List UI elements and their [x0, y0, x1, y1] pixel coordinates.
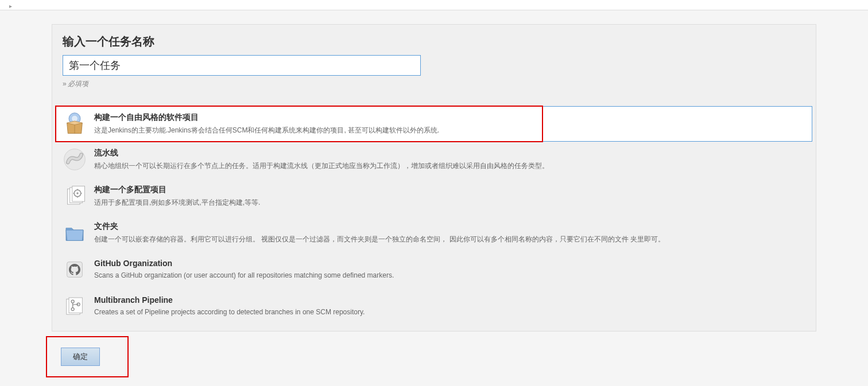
item-desc: 创建一个可以嵌套存储的容器。利用它可以进行分组。 视图仅仅是一个过滤器，而文件夹…: [94, 234, 806, 244]
item-type-github-org[interactable]: GitHub Organization Scans a GitHub organ…: [56, 252, 812, 287]
ok-button[interactable]: 确定: [61, 348, 100, 366]
multiconfig-icon: [62, 184, 87, 209]
item-title: 流水线: [94, 148, 806, 158]
item-type-list: 构建一个自由风格的软件项目 这是Jenkins的主要功能.Jenkins将会结合…: [56, 106, 812, 324]
item-desc: 适用于多配置项目,例如多环境测试,平台指定构建,等等.: [94, 197, 806, 208]
item-title: Multibranch Pipeline: [94, 295, 806, 305]
item-type-pipeline[interactable]: 流水线 精心地组织一个可以长期运行在多个节点上的任务。适用于构建流水线（更加正式…: [56, 142, 812, 177]
item-text: 流水线 精心地组织一个可以长期运行在多个节点上的任务。适用于构建流水线（更加正式…: [94, 148, 806, 171]
freestyle-project-icon: [62, 111, 87, 137]
item-type-multibranch[interactable]: Multibranch Pipeline Creates a set of Pi…: [56, 288, 812, 324]
github-org-icon: [62, 257, 87, 282]
breadcrumb-chevron-icon: ▸: [9, 3, 12, 9]
multibranch-icon: [62, 294, 87, 319]
item-desc: Scans a GitHub organization (or user acc…: [94, 270, 806, 280]
footer-highlight: 确定: [46, 336, 129, 377]
content-panel: 输入一个任务名称 »必填项: [52, 24, 816, 332]
svg-point-8: [76, 192, 78, 194]
item-type-folder[interactable]: 文件夹 创建一个可以嵌套存储的容器。利用它可以进行分组。 视图仅仅是一个过滤器，…: [56, 215, 812, 251]
item-name-input[interactable]: [63, 55, 421, 76]
item-title: 文件夹: [94, 221, 806, 232]
item-desc: 精心地组织一个可以长期运行在多个节点上的任务。适用于构建流水线（更加正式地应当称…: [94, 161, 806, 171]
item-desc: 这是Jenkins的主要功能.Jenkins将会结合任何SCM和任何构建系统来构…: [94, 125, 806, 135]
page-container: 输入一个任务名称 »必填项: [52, 24, 816, 377]
item-type-multiconfig[interactable]: 构建一个多配置项目 适用于多配置项目,例如多环境测试,平台指定构建,等等.: [56, 178, 812, 214]
item-title: 构建一个多配置项目: [94, 185, 806, 195]
svg-rect-15: [69, 298, 82, 313]
svg-point-1: [72, 116, 78, 122]
item-text: Multibranch Pipeline Creates a set of Pi…: [94, 295, 806, 317]
folder-icon: [62, 220, 87, 245]
breadcrumb-bar: ▸: [0, 0, 868, 10]
page-title: 输入一个任务名称: [63, 34, 805, 49]
required-hint: »必填项: [63, 79, 805, 89]
item-type-freestyle[interactable]: 构建一个自由风格的软件项目 这是Jenkins的主要功能.Jenkins将会结合…: [56, 106, 812, 142]
item-text: 文件夹 创建一个可以嵌套存储的容器。利用它可以进行分组。 视图仅仅是一个过滤器，…: [94, 221, 806, 244]
item-text: 构建一个自由风格的软件项目 这是Jenkins的主要功能.Jenkins将会结合…: [94, 112, 806, 135]
name-section: 输入一个任务名称 »必填项: [52, 25, 816, 92]
item-title: 构建一个自由风格的软件项目: [94, 112, 806, 123]
item-text: 构建一个多配置项目 适用于多配置项目,例如多环境测试,平台指定构建,等等.: [94, 185, 806, 208]
item-title: GitHub Organization: [94, 259, 806, 268]
footer-section: 确定: [52, 336, 816, 377]
item-text: GitHub Organization Scans a GitHub organ…: [94, 259, 806, 280]
item-desc: Creates a set of Pipeline projects accor…: [94, 307, 806, 317]
pipeline-icon: [62, 147, 87, 172]
